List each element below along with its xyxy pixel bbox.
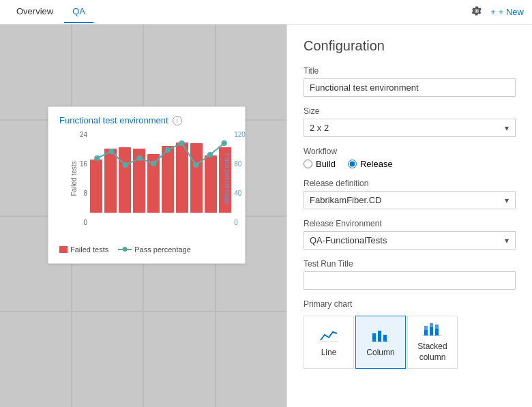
app-header: Overview QA + + New [0,0,532,25]
svg-rect-14 [371,342,390,342]
title-label: Title [304,66,516,76]
svg-rect-13 [383,335,387,342]
workflow-build-option[interactable]: Build [304,159,336,169]
column-chart-icon [371,328,390,345]
chart-widget: Functional test environment i 24 16 8 0 [48,106,246,264]
release-def-label: Release definition [304,179,516,188]
svg-point-0 [94,155,100,161]
chart-body [90,131,231,226]
svg-rect-17 [430,327,433,335]
config-panel: Configuration Title Size 2 x 2 1 x 1 1 x… [286,25,532,407]
release-def-wrapper: FabrikamFiber.CD [304,191,516,209]
y-axis-left: 24 16 8 0 [80,131,90,226]
line-chart-overlay [90,131,231,213]
chart-title: Functional test environment i [59,115,234,125]
svg-rect-16 [424,326,428,330]
y-right-label: Pass percentage [224,153,231,204]
test-run-label: Test Run Title [304,259,516,269]
config-title: Configuration [304,38,516,54]
release-env-label: Release Environment [304,219,516,228]
workflow-build-radio[interactable] [304,160,312,168]
new-button[interactable]: + + New [490,7,524,17]
title-input[interactable] [304,78,516,97]
svg-point-7 [193,162,198,168]
stacked-chart-icon [423,322,442,339]
legend-pass: Pass percentage [118,245,191,254]
workflow-radio-group: Build Release [304,159,516,169]
svg-point-8 [207,152,213,157]
chart-opt-column[interactable]: Column [355,316,406,369]
line-chart-icon [319,328,338,345]
tab-qa[interactable]: QA [64,1,93,23]
info-icon[interactable]: i [173,116,182,125]
chart-opt-line[interactable]: Line [304,316,354,369]
svg-point-1 [108,149,114,154]
svg-rect-21 [423,335,442,336]
y-axis-right: 120 80 40 0 [231,131,246,226]
chart-opt-stacked[interactable]: Stackedcolumn [407,316,458,369]
svg-rect-20 [435,325,439,329]
svg-point-2 [123,162,128,168]
svg-rect-15 [424,330,428,335]
tab-overview[interactable]: Overview [8,1,61,23]
svg-rect-18 [430,323,433,327]
svg-rect-10 [319,342,338,342]
workflow-label: Workflow [304,147,516,156]
primary-chart-label: Primary chart [304,299,516,309]
svg-point-3 [136,155,142,161]
release-env-wrapper: QA-FunctionalTests [304,231,516,250]
svg-point-5 [165,147,171,153]
settings-icon[interactable] [471,5,482,18]
svg-rect-11 [372,333,376,342]
legend-failed: Failed tests [59,245,108,254]
size-label: Size [304,106,516,116]
chart-area: 24 16 8 0 [59,131,234,240]
workflow-release-option[interactable]: Release [348,159,393,169]
size-select-wrapper: 2 x 2 1 x 1 1 x 2 2 x 1 2 x 3 [304,119,516,137]
release-env-select[interactable]: QA-FunctionalTests [304,231,516,250]
release-def-select[interactable]: FabrikamFiber.CD [304,191,516,209]
dashboard-area: Functional test environment i 24 16 8 0 [0,25,286,407]
svg-point-4 [151,161,156,166]
test-run-input[interactable] [304,271,516,290]
y-left-label: Failed tests [70,161,78,196]
new-icon: + [490,7,496,17]
svg-rect-12 [378,331,381,342]
chart-type-options: Line Column Stackedcolumn [304,316,516,369]
svg-rect-19 [435,329,439,335]
chart-legend: Failed tests Pass percentage [59,245,234,254]
workflow-release-radio[interactable] [348,160,357,168]
size-select[interactable]: 2 x 2 1 x 1 1 x 2 2 x 1 2 x 3 [304,119,516,137]
svg-point-9 [222,140,227,146]
svg-point-6 [179,140,185,146]
